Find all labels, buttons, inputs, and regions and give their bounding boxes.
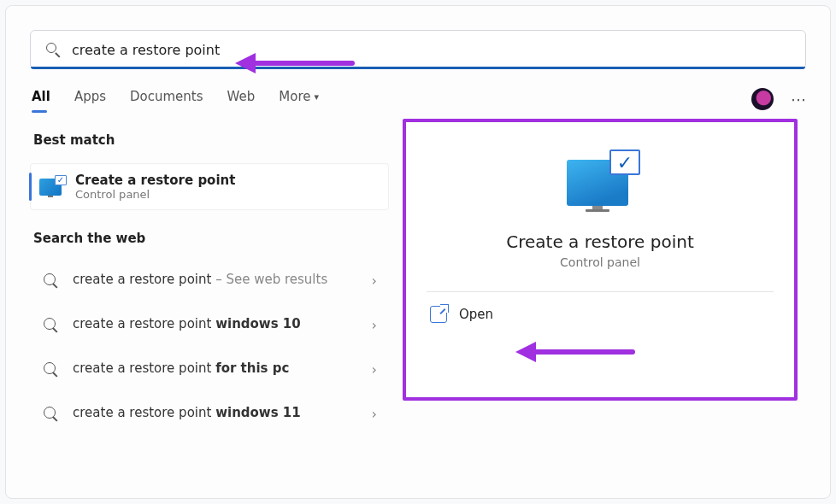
chevron-right-icon: › bbox=[372, 273, 377, 289]
best-match-subtitle: Control panel bbox=[75, 188, 235, 201]
chevron-right-icon: › bbox=[372, 317, 377, 333]
search-icon bbox=[42, 316, 59, 333]
tab-all[interactable]: All bbox=[32, 89, 50, 109]
filter-tabs: All Apps Documents Web More▾ ⋯ bbox=[30, 88, 806, 110]
detail-highlight-box: Create a restore point Control panel Ope… bbox=[403, 119, 798, 401]
search-box[interactable] bbox=[30, 30, 806, 69]
detail-title: Create a restore point bbox=[506, 231, 693, 252]
search-icon bbox=[42, 272, 59, 289]
best-match-heading: Best match bbox=[30, 127, 389, 156]
restore-point-icon bbox=[39, 176, 65, 198]
tab-documents[interactable]: Documents bbox=[130, 89, 203, 109]
open-action[interactable]: Open bbox=[427, 292, 774, 337]
web-result[interactable]: create a restore point – See web results… bbox=[30, 261, 389, 299]
user-avatar[interactable] bbox=[751, 88, 774, 110]
search-icon bbox=[42, 360, 59, 378]
chevron-right-icon: › bbox=[372, 361, 377, 378]
search-icon bbox=[42, 405, 59, 422]
web-result[interactable]: create a restore point windows 11 › bbox=[30, 395, 389, 432]
best-match-title: Create a restore point bbox=[75, 173, 235, 188]
detail-subtitle: Control panel bbox=[560, 255, 640, 269]
web-result[interactable]: create a restore point windows 10 › bbox=[30, 306, 389, 343]
best-match-result[interactable]: Create a restore point Control panel bbox=[30, 163, 389, 210]
web-result[interactable]: create a restore point for this pc › bbox=[30, 350, 389, 388]
tab-web[interactable]: Web bbox=[227, 89, 256, 109]
search-icon bbox=[44, 41, 62, 58]
more-options-button[interactable]: ⋯ bbox=[791, 91, 806, 108]
open-label: Open bbox=[459, 307, 493, 322]
detail-pane: Create a restore point Control panel Ope… bbox=[403, 127, 806, 474]
annotation-arrow-open bbox=[515, 339, 635, 363]
tab-more[interactable]: More▾ bbox=[279, 89, 319, 109]
results-list: Best match Create a restore point Contro… bbox=[30, 127, 389, 474]
chevron-right-icon: › bbox=[372, 406, 377, 422]
open-external-icon bbox=[430, 306, 447, 323]
chevron-down-icon: ▾ bbox=[314, 91, 319, 103]
search-web-heading: Search the web bbox=[30, 226, 389, 255]
restore-point-icon-large bbox=[565, 151, 635, 213]
tab-apps[interactable]: Apps bbox=[74, 89, 106, 109]
search-input[interactable] bbox=[72, 42, 792, 58]
search-panel: All Apps Documents Web More▾ ⋯ Best matc… bbox=[5, 5, 831, 499]
